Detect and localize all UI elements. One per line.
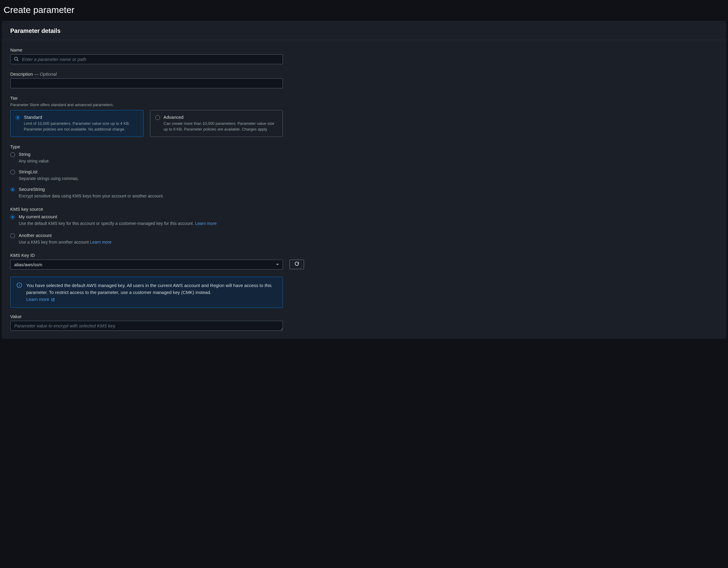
- type-string-item[interactable]: String Any string value.: [10, 152, 283, 164]
- kms-key-id-row: alias/aws/ssm: [10, 259, 304, 269]
- tier-standard-body: Standard Limit of 10,000 parameters. Par…: [24, 114, 138, 132]
- kms-another-radio: [10, 233, 15, 238]
- type-group: Type String Any string value. StringList…: [10, 144, 349, 199]
- type-stringlist-body: StringList Separate strings using commas…: [19, 169, 79, 182]
- type-stringlist-radio: [10, 170, 15, 174]
- type-stringlist-desc: Separate strings using commas.: [19, 175, 79, 182]
- tier-advanced-desc: Can create more than 10,000 parameters. …: [164, 121, 278, 132]
- tier-group: Tier Parameter Store offers standard and…: [10, 96, 349, 137]
- kms-source-label: KMS key source: [10, 206, 349, 212]
- tier-standard-title: Standard: [24, 114, 138, 120]
- type-stringlist-title: StringList: [19, 169, 79, 174]
- name-input-wrap: [10, 54, 283, 64]
- kms-another-account-item[interactable]: Another account Use a KMS key from anoth…: [10, 233, 283, 245]
- type-securestring-body: SecureString Encrypt sensitive data usin…: [19, 187, 164, 199]
- description-group: Description — Optional: [10, 71, 349, 88]
- panel-title: Parameter details: [10, 27, 718, 34]
- refresh-icon: [294, 262, 299, 267]
- name-input[interactable]: [10, 54, 283, 64]
- type-string-title: String: [19, 152, 50, 157]
- tier-advanced-radio: [155, 115, 160, 120]
- kms-source-group: KMS key source My current account Use th…: [10, 206, 349, 245]
- tier-standard-card[interactable]: Standard Limit of 10,000 parameters. Par…: [10, 110, 143, 137]
- svg-point-4: [19, 284, 19, 284]
- description-input[interactable]: [10, 78, 283, 88]
- external-link-icon: [51, 297, 55, 302]
- kms-another-desc-wrap: Use a KMS key from another account Learn…: [19, 239, 111, 245]
- value-group: Value: [10, 314, 349, 332]
- type-securestring-item[interactable]: SecureString Encrypt sensitive data usin…: [10, 187, 283, 199]
- type-stringlist-item[interactable]: StringList Separate strings using commas…: [10, 169, 283, 182]
- kms-current-learn-more[interactable]: Learn more: [195, 221, 217, 226]
- description-label: Description — Optional: [10, 71, 349, 77]
- kms-current-desc-wrap: Use the default KMS key for this account…: [19, 220, 217, 227]
- tier-help: Parameter Store offers standard and adva…: [10, 102, 349, 107]
- kms-key-id-group: KMS Key ID alias/aws/ssm: [10, 252, 349, 269]
- kms-info-box: You have selected the default AWS manage…: [10, 277, 283, 308]
- value-label: Value: [10, 314, 349, 319]
- kms-key-id-select-wrap: alias/aws/ssm: [10, 259, 283, 269]
- info-learn-more-text: Learn more: [26, 297, 49, 302]
- type-radio-list: String Any string value. StringList Sepa…: [10, 152, 283, 199]
- kms-another-learn-more[interactable]: Learn more: [90, 240, 112, 244]
- panel-header: Parameter details: [2, 21, 726, 40]
- info-text: You have selected the default AWS manage…: [26, 283, 271, 295]
- kms-current-desc: Use the default KMS key for this account…: [19, 221, 195, 226]
- kms-current-radio: [10, 215, 15, 219]
- type-string-body: String Any string value.: [19, 152, 50, 164]
- description-optional: — Optional: [33, 71, 57, 77]
- value-input[interactable]: [10, 321, 283, 331]
- name-label: Name: [10, 47, 349, 52]
- kms-another-body: Another account Use a KMS key from anoth…: [19, 233, 111, 245]
- kms-current-account-item[interactable]: My current account Use the default KMS k…: [10, 214, 283, 227]
- info-learn-more[interactable]: Learn more: [26, 297, 55, 302]
- name-group: Name: [10, 47, 349, 64]
- tier-advanced-body: Advanced Can create more than 10,000 par…: [164, 114, 278, 132]
- page-header: Create parameter: [0, 0, 728, 21]
- kms-current-title: My current account: [19, 214, 217, 219]
- description-label-text: Description: [10, 71, 33, 77]
- tier-standard-desc: Limit of 10,000 parameters. Parameter va…: [24, 121, 138, 132]
- type-securestring-title: SecureString: [19, 187, 164, 192]
- type-string-desc: Any string value.: [19, 158, 50, 164]
- parameter-details-panel: Parameter details Name Description — Opt…: [2, 21, 726, 339]
- refresh-button[interactable]: [290, 259, 304, 269]
- kms-another-desc: Use a KMS key from another account: [19, 240, 90, 244]
- page-title: Create parameter: [4, 5, 724, 15]
- kms-key-id-select[interactable]: alias/aws/ssm: [10, 259, 283, 269]
- description-input-wrap: [10, 78, 283, 88]
- type-label: Type: [10, 144, 349, 149]
- type-securestring-desc: Encrypt sensitive data using KMS keys fr…: [19, 193, 164, 199]
- tier-standard-radio: [15, 115, 20, 120]
- tier-advanced-card[interactable]: Advanced Can create more than 10,000 par…: [150, 110, 283, 137]
- type-securestring-radio: [10, 187, 15, 192]
- panel-body: Name Description — Optional: [2, 40, 357, 339]
- type-string-radio: [10, 152, 15, 157]
- kms-current-body: My current account Use the default KMS k…: [19, 214, 217, 227]
- kms-key-id-label: KMS Key ID: [10, 252, 349, 258]
- kms-another-title: Another account: [19, 233, 111, 238]
- tier-row: Standard Limit of 10,000 parameters. Par…: [10, 110, 283, 137]
- kms-source-radio-list: My current account Use the default KMS k…: [10, 214, 283, 245]
- value-input-wrap: [10, 321, 283, 332]
- tier-advanced-title: Advanced: [164, 114, 278, 120]
- tier-label: Tier: [10, 96, 349, 101]
- info-text-wrap: You have selected the default AWS manage…: [26, 282, 277, 303]
- info-icon: [17, 282, 22, 289]
